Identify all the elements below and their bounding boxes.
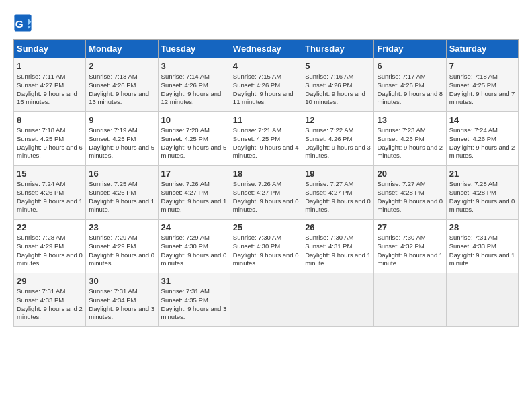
day-number: 29 [17,276,83,286]
page-header: G [13,13,519,32]
calendar-cell: 28 Sunrise: 7:31 AM Sunset: 4:33 PM Dayl… [446,220,518,273]
day-detail: Sunrise: 7:28 AM Sunset: 4:29 PM Dayligh… [17,234,83,268]
calendar-cell: 19 Sunrise: 7:27 AM Sunset: 4:27 PM Dayl… [302,166,374,220]
day-detail: Sunrise: 7:23 AM Sunset: 4:26 PM Dayligh… [377,126,443,161]
day-number: 12 [305,115,371,125]
day-detail: Sunrise: 7:16 AM Sunset: 4:26 PM Dayligh… [305,73,371,107]
day-number: 8 [17,115,83,125]
day-detail: Sunrise: 7:11 AM Sunset: 4:27 PM Dayligh… [17,73,83,107]
day-number: 21 [449,169,515,179]
day-detail: Sunrise: 7:20 AM Sunset: 4:25 PM Dayligh… [161,126,227,161]
calendar-cell: 12 Sunrise: 7:22 AM Sunset: 4:26 PM Dayl… [302,112,374,166]
day-number: 31 [161,276,227,286]
calendar-cell: 24 Sunrise: 7:29 AM Sunset: 4:30 PM Dayl… [158,220,230,273]
calendar-cell: 27 Sunrise: 7:30 AM Sunset: 4:32 PM Dayl… [374,220,446,273]
calendar-cell: 22 Sunrise: 7:28 AM Sunset: 4:29 PM Dayl… [14,220,86,273]
day-number: 16 [89,169,154,179]
day-number: 4 [233,61,299,71]
day-number: 14 [449,115,515,125]
calendar-cell: 29 Sunrise: 7:31 AM Sunset: 4:33 PM Dayl… [14,273,86,327]
weekday-header-wednesday: Wednesday [230,40,302,58]
day-detail: Sunrise: 7:27 AM Sunset: 4:28 PM Dayligh… [377,180,443,214]
day-detail: Sunrise: 7:26 AM Sunset: 4:27 PM Dayligh… [233,180,299,214]
day-detail: Sunrise: 7:30 AM Sunset: 4:31 PM Dayligh… [305,234,371,268]
day-number: 11 [233,115,299,125]
day-detail: Sunrise: 7:31 AM Sunset: 4:35 PM Dayligh… [161,287,227,322]
weekday-header-saturday: Saturday [446,40,518,58]
day-number: 20 [377,169,443,179]
day-detail: Sunrise: 7:19 AM Sunset: 4:25 PM Dayligh… [89,126,154,161]
calendar-table: SundayMondayTuesdayWednesdayThursdayFrid… [13,39,519,327]
calendar-cell [374,273,446,327]
day-number: 2 [89,61,154,71]
calendar-cell: 4 Sunrise: 7:15 AM Sunset: 4:26 PM Dayli… [230,58,302,112]
day-detail: Sunrise: 7:15 AM Sunset: 4:26 PM Dayligh… [233,73,299,107]
day-detail: Sunrise: 7:21 AM Sunset: 4:25 PM Dayligh… [233,126,299,161]
calendar-cell: 16 Sunrise: 7:25 AM Sunset: 4:26 PM Dayl… [86,166,158,220]
day-detail: Sunrise: 7:24 AM Sunset: 4:26 PM Dayligh… [17,180,83,214]
calendar-cell: 10 Sunrise: 7:20 AM Sunset: 4:25 PM Dayl… [158,112,230,166]
calendar-cell: 18 Sunrise: 7:26 AM Sunset: 4:27 PM Dayl… [230,166,302,220]
day-number: 7 [449,61,515,71]
weekday-header-tuesday: Tuesday [158,40,230,58]
calendar-cell: 15 Sunrise: 7:24 AM Sunset: 4:26 PM Dayl… [14,166,86,220]
day-number: 22 [17,222,83,232]
calendar-cell: 2 Sunrise: 7:13 AM Sunset: 4:26 PM Dayli… [86,58,158,112]
day-detail: Sunrise: 7:13 AM Sunset: 4:26 PM Dayligh… [89,73,154,107]
calendar-cell: 6 Sunrise: 7:17 AM Sunset: 4:26 PM Dayli… [374,58,446,112]
calendar-cell: 13 Sunrise: 7:23 AM Sunset: 4:26 PM Dayl… [374,112,446,166]
calendar-cell [446,273,518,327]
day-number: 10 [161,115,227,125]
day-number: 13 [377,115,443,125]
day-number: 26 [305,222,371,232]
day-detail: Sunrise: 7:18 AM Sunset: 4:25 PM Dayligh… [17,126,83,161]
calendar-cell: 31 Sunrise: 7:31 AM Sunset: 4:35 PM Dayl… [158,273,230,327]
weekday-header-sunday: Sunday [14,40,86,58]
calendar-cell: 5 Sunrise: 7:16 AM Sunset: 4:26 PM Dayli… [302,58,374,112]
calendar-cell: 7 Sunrise: 7:18 AM Sunset: 4:25 PM Dayli… [446,58,518,112]
day-detail: Sunrise: 7:22 AM Sunset: 4:26 PM Dayligh… [305,126,371,161]
day-detail: Sunrise: 7:31 AM Sunset: 4:34 PM Dayligh… [89,287,154,322]
day-detail: Sunrise: 7:29 AM Sunset: 4:29 PM Dayligh… [89,234,154,268]
svg-text:G: G [15,18,24,30]
day-number: 30 [89,276,154,286]
day-number: 19 [305,169,371,179]
day-number: 18 [233,169,299,179]
day-detail: Sunrise: 7:24 AM Sunset: 4:26 PM Dayligh… [449,126,515,161]
day-detail: Sunrise: 7:31 AM Sunset: 4:33 PM Dayligh… [449,234,515,268]
day-number: 27 [377,222,443,232]
day-detail: Sunrise: 7:18 AM Sunset: 4:25 PM Dayligh… [449,73,515,107]
day-number: 3 [161,61,227,71]
calendar-cell: 1 Sunrise: 7:11 AM Sunset: 4:27 PM Dayli… [14,58,86,112]
logo: G [13,13,34,32]
day-detail: Sunrise: 7:17 AM Sunset: 4:26 PM Dayligh… [377,73,443,107]
calendar-cell: 23 Sunrise: 7:29 AM Sunset: 4:29 PM Dayl… [86,220,158,273]
day-detail: Sunrise: 7:29 AM Sunset: 4:30 PM Dayligh… [161,234,227,268]
calendar-cell: 14 Sunrise: 7:24 AM Sunset: 4:26 PM Dayl… [446,112,518,166]
calendar-cell: 11 Sunrise: 7:21 AM Sunset: 4:25 PM Dayl… [230,112,302,166]
day-number: 9 [89,115,154,125]
weekday-header-friday: Friday [374,40,446,58]
calendar-cell: 30 Sunrise: 7:31 AM Sunset: 4:34 PM Dayl… [86,273,158,327]
calendar-cell: 21 Sunrise: 7:28 AM Sunset: 4:28 PM Dayl… [446,166,518,220]
day-number: 15 [17,169,83,179]
weekday-header-monday: Monday [86,40,158,58]
calendar-cell: 17 Sunrise: 7:26 AM Sunset: 4:27 PM Dayl… [158,166,230,220]
calendar-cell [302,273,374,327]
calendar-cell: 9 Sunrise: 7:19 AM Sunset: 4:25 PM Dayli… [86,112,158,166]
calendar-cell: 3 Sunrise: 7:14 AM Sunset: 4:26 PM Dayli… [158,58,230,112]
day-detail: Sunrise: 7:14 AM Sunset: 4:26 PM Dayligh… [161,73,227,107]
day-number: 1 [17,61,83,71]
day-detail: Sunrise: 7:31 AM Sunset: 4:33 PM Dayligh… [17,287,83,322]
day-detail: Sunrise: 7:30 AM Sunset: 4:30 PM Dayligh… [233,234,299,268]
day-number: 17 [161,169,227,179]
calendar-cell: 25 Sunrise: 7:30 AM Sunset: 4:30 PM Dayl… [230,220,302,273]
calendar-cell [230,273,302,327]
day-detail: Sunrise: 7:27 AM Sunset: 4:27 PM Dayligh… [305,180,371,214]
logo-icon: G [13,13,32,32]
day-number: 25 [233,222,299,232]
day-number: 5 [305,61,371,71]
weekday-header-thursday: Thursday [302,40,374,58]
day-number: 6 [377,61,443,71]
day-number: 28 [449,222,515,232]
